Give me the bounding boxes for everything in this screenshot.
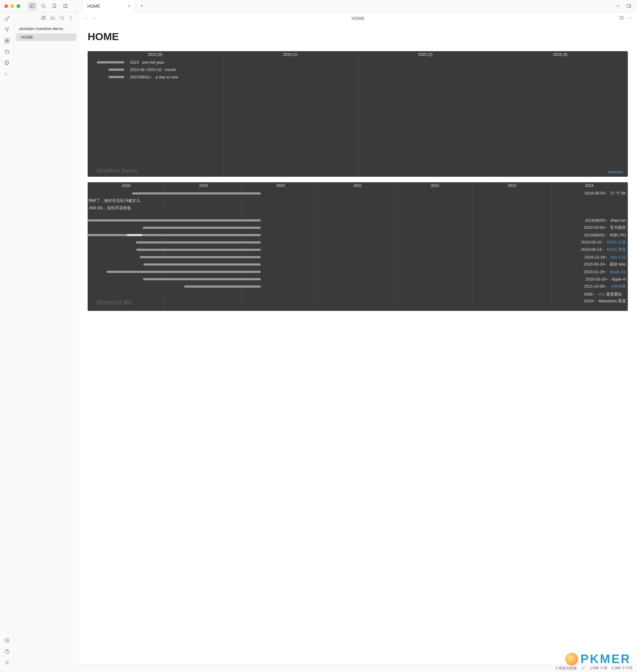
close-window-button[interactable] [4,4,8,8]
svg-rect-3 [627,5,631,8]
timeline-bar [97,61,124,63]
timeline-bar [143,263,261,265]
new-folder-icon[interactable] [50,15,56,21]
timeline-hotoo-life: 2018201920202021202220232024 2019-06-05~… [88,182,628,311]
timeline-text-row: ,668.00)，送给乔花老爸。 [88,204,628,212]
minimize-window-button[interactable] [11,4,14,8]
edit-mode-icon[interactable] [581,666,585,671]
timeline-label: 2019-09-14~ RK61 黑色 [581,247,626,253]
year-label: 2018 [88,184,165,190]
char-count: 4,380 个字符 [612,666,633,671]
svg-rect-9 [7,39,9,40]
new-tab-button[interactable]: + [136,3,148,9]
vault-icon[interactable] [4,637,11,644]
timeline-row: 2019-06-05~ 27 寸 5K [88,190,628,197]
search-icon[interactable] [39,2,48,11]
year-label: 2024 (1) [223,52,358,58]
timeline-row: 2021-10-05~ 小米米家 [88,283,628,290]
tab-label: HOME [87,4,100,8]
command-palette-icon[interactable] [4,71,11,77]
timeline-label: 2015/06/05~ IKBC PO [584,233,626,237]
window-controls [0,4,24,8]
collapse-icon[interactable] [68,15,74,21]
timeline-bar [143,278,261,280]
timeline-label: 2019-06-05~ 27 寸 5K [584,190,626,196]
timeline-bar [184,285,261,287]
tab-home[interactable]: HOME × [82,0,136,12]
breadcrumb-bar: ← → HOME ⋯ [78,12,637,24]
timeline-row: 2019-09-10~ RK61 白色 [88,239,628,246]
timeline-row: 2020-03-20~ Apple Ai [88,275,628,283]
page-content: HOME 2023 (0)2024 (1)2025 (2)2026 (3) 20… [78,24,637,664]
left-rail [0,12,14,672]
timeline-bar [88,234,261,236]
new-note-icon[interactable] [41,15,47,21]
timeline-text: ,668.00)，送给乔花老爸。 [88,205,135,211]
timeline-row: 2020-03-24~ 新款 ikbc [88,261,628,268]
year-label: 2023 (0) [88,52,223,58]
editor-pane: ← → HOME ⋯ HOME 2023 (0)2024 (1)2025 (2)… [78,12,637,672]
status-bar: 0 条反向链接 1,596 个词 4,380 个字符 [78,664,637,672]
year-label: 2020 [242,184,319,190]
year-label: 2026 (3) [493,52,628,58]
timeline-row: 2015/06/03~ iPad min [88,217,628,224]
help-icon[interactable] [4,648,11,655]
timeline-bar [136,241,261,243]
backlinks-count[interactable]: 0 条反向链接 [556,666,577,671]
timeline-row: 2015/06/05~ IKBC PO [88,231,628,239]
canvas-icon[interactable] [4,37,11,44]
templates-icon[interactable] [4,59,11,66]
graph-icon[interactable] [4,26,11,33]
timeline-label: 2023 one full year. [130,60,165,64]
breadcrumb-title: HOME [100,16,616,21]
settings-icon[interactable] [4,659,11,666]
timeline-label: 2020-03-24~ 新款 ikbc [584,262,626,267]
quick-switcher-icon[interactable] [4,15,11,22]
timeline-label: 2021-10-05~ 小米米家 [584,284,626,289]
svg-rect-11 [7,41,9,43]
close-tab-icon[interactable]: × [128,3,130,9]
file-item-home[interactable]: HOME [16,33,76,41]
timeline-bar [88,219,261,221]
page-title: HOME [88,31,628,42]
year-label: 2025 (2) [358,52,493,58]
timeline-label: 2023-06~2023-10 month. [130,68,177,72]
timeline-text: 摔碎了，修好后送给冯健女儿。 [88,198,144,203]
timeline-row: 2023/06/01~ a day to now [88,73,628,80]
file-item-label: HOME [21,35,33,39]
nav-back-icon[interactable]: ← [83,15,89,22]
timeline-bar [132,192,261,194]
titlebar-right-icons [609,2,637,11]
timeline-label: 2009~ Vim 重度爱好。 [584,292,626,297]
daily-note-icon[interactable] [4,49,11,55]
svg-rect-8 [5,39,7,40]
bookmark-icon[interactable] [50,2,59,11]
right-sidebar-toggle-icon[interactable] [624,2,633,11]
word-count: 1,596 个词 [589,666,607,671]
timeline-label: 2015/06/03~ iPad min [585,218,626,223]
svg-point-1 [41,4,44,7]
reader-icon[interactable] [61,2,70,11]
timeline-row: 2023 one full year. [88,58,628,66]
svg-rect-10 [5,41,7,43]
reading-mode-icon[interactable] [619,15,624,21]
sidebar-toggle-icon[interactable] [28,2,37,11]
sort-icon[interactable] [59,15,65,21]
timeline-bottom-row: 2009~ Vim 重度爱好。 [584,291,626,298]
timeline-row: 2019-01-25~ Beats So [88,268,628,275]
timeline-bar-highlight [127,234,142,236]
timeline-row: 2020-03-04~ 官方购买 [88,224,628,231]
maximize-window-button[interactable] [17,4,20,8]
svg-point-16 [6,640,8,641]
chevron-down-icon[interactable] [613,2,622,11]
timeline-bar [140,256,261,258]
timeline-row: 2019-09-14~ RK61 黑色 [88,246,628,253]
titlebar-left-icons [24,2,73,11]
nav-forward-icon[interactable]: → [91,15,97,22]
timeline-bar [136,249,261,251]
svg-rect-19 [42,16,45,20]
more-options-icon[interactable]: ⋯ [627,15,632,21]
vault-name: obsidian-markline-demo [14,24,78,33]
timeline-label: 2010~ Markdown 重度 [584,298,626,304]
svg-rect-12 [5,50,9,54]
